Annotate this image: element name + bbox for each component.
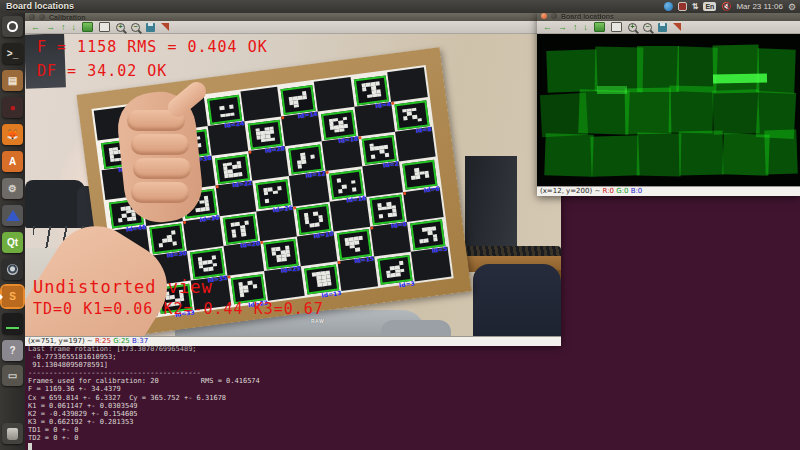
checker-white-cell: Id=25 <box>260 236 301 271</box>
back-arrow-icon[interactable]: ← <box>543 23 552 32</box>
zoom-in-icon[interactable]: + <box>116 23 125 32</box>
board-pose-quad <box>578 89 630 135</box>
calibration-titlebar[interactable]: Calibration <box>25 13 561 21</box>
network-icon[interactable]: ⇅ <box>692 2 699 11</box>
clock[interactable]: Mar 23 11:06 <box>736 2 783 11</box>
checker-white-cell: Id=0 <box>366 192 407 227</box>
launcher-item-dash-home[interactable] <box>2 16 23 37</box>
keyboard-layout-indicator[interactable]: En <box>703 2 716 11</box>
window-title: Calibration <box>49 14 86 21</box>
terminal-line: TD2 = 0 +- 0 <box>28 434 260 442</box>
checker-white-cell: Id=3 <box>374 251 415 286</box>
zoom-out-icon[interactable]: − <box>643 23 652 32</box>
fit-window-icon[interactable] <box>99 22 110 32</box>
launcher-item-mini-window-app[interactable]: ▭ <box>2 365 23 386</box>
aruco-marker: Id=35 <box>190 249 225 279</box>
launcher-item-terminal-app[interactable]: >_ <box>2 43 23 64</box>
zoom-out-icon[interactable]: − <box>131 23 140 32</box>
aruco-marker: Id=5 <box>411 220 446 250</box>
terminal-line: Cx = 659.814 +- 6.3327 Cy = 365.752 +- 6… <box>28 394 260 402</box>
board-pose-quad <box>713 45 760 94</box>
board-pose-quad <box>756 48 796 93</box>
terminal-cursor <box>28 443 32 450</box>
overlay-df: DF = 34.02 OK <box>37 62 167 80</box>
aruco-marker: Id=12 <box>289 145 324 175</box>
properties-icon[interactable] <box>161 23 169 31</box>
terminal-line: K1 = 0.061147 +- 0.0303549 <box>28 402 260 410</box>
minimize-icon[interactable] <box>551 13 557 19</box>
launcher-item-camera-app[interactable] <box>2 259 23 280</box>
finger <box>131 182 189 203</box>
launcher-item-system-settings[interactable]: ⚙ <box>2 178 23 199</box>
board-toolbar: ←→↑↓+− <box>537 21 800 34</box>
board-pose-quad <box>597 86 627 94</box>
board-pose-quad <box>637 133 682 177</box>
terminal-line: K2 = -0.439829 +- 0.154605 <box>28 410 260 418</box>
volume-icon[interactable]: 🔇 <box>721 2 731 11</box>
launcher-item-qt-creator[interactable]: Qt <box>2 232 23 253</box>
launcher-item-red-media-app[interactable]: ● <box>2 97 23 118</box>
launcher-item-trash[interactable] <box>2 423 23 444</box>
close-icon[interactable] <box>541 13 547 19</box>
bluetooth-icon[interactable] <box>664 2 673 11</box>
aruco-marker: Id=3 <box>378 254 413 284</box>
forward-arrow-icon[interactable]: → <box>46 23 55 32</box>
terminal-line: F = 1169.36 +- 34.4379 <box>28 385 260 393</box>
up-arrow-icon[interactable]: ↑ <box>573 23 578 32</box>
focused-app-arrow <box>0 294 3 300</box>
launcher-item-cmake[interactable] <box>2 205 23 226</box>
launcher-item-file-manager[interactable]: ▤ <box>2 70 23 91</box>
checker-white-cell: Id=30 <box>146 221 187 256</box>
properties-icon[interactable] <box>673 23 681 31</box>
minimize-icon[interactable] <box>39 14 45 20</box>
checker-white-cell: Id=24 <box>204 92 245 127</box>
session-gear-icon[interactable]: ⚙ <box>788 2 796 12</box>
calibration-window[interactable]: Calibration ←→↑↓+− Id=34Id=24Id=14Id=4Id… <box>25 13 561 345</box>
launcher-item-system-monitor[interactable] <box>2 313 23 334</box>
zoom-in-icon[interactable]: + <box>628 23 637 32</box>
down-arrow-icon[interactable]: ↓ <box>72 23 77 32</box>
save-icon[interactable] <box>146 23 155 32</box>
aruco-marker: Id=4 <box>354 75 389 105</box>
recorder-icon[interactable] <box>678 2 687 11</box>
camera-view[interactable]: Id=34Id=24Id=14Id=4Id=48Id=38Id=28Id=18I… <box>25 34 561 336</box>
original-size-icon[interactable] <box>594 22 605 32</box>
down-arrow-icon[interactable]: ↓ <box>584 23 589 32</box>
checker-white-cell: Id=12 <box>285 142 326 177</box>
save-icon[interactable] <box>658 23 667 32</box>
launcher-item-firefox[interactable]: 🦊 <box>2 124 23 145</box>
checker-white-cell: Id=2 <box>358 132 399 167</box>
eye-icon <box>7 264 18 275</box>
aruco-marker: Id=15 <box>337 229 372 259</box>
fit-window-icon[interactable] <box>611 22 622 32</box>
board-locations-view[interactable] <box>537 34 800 186</box>
overlay-focal-rms: F = 1158 RMS = 0.404 OK <box>37 38 268 56</box>
person-shoulder <box>381 320 451 336</box>
launcher-item-unknown-app[interactable]: ? <box>2 340 23 361</box>
close-icon[interactable] <box>29 14 35 20</box>
launcher-item-sublime-text[interactable]: S <box>2 286 23 307</box>
board-pose-quad <box>669 86 714 134</box>
terminal-line: Last frame rotation: [173.3070769965489; <box>28 345 260 353</box>
board-pose-quad <box>764 129 798 174</box>
board-locations-window[interactable]: Board locations ←→↑↓+− (x=12, y=200) ~ R… <box>537 11 800 196</box>
checker-white-cell: Id=15 <box>334 226 375 261</box>
checker-white-cell: Id=4 <box>351 72 392 107</box>
panel-app-title[interactable]: Board locations <box>6 1 74 11</box>
up-arrow-icon[interactable]: ↑ <box>61 23 66 32</box>
aruco-marker: Id=10 <box>297 204 332 234</box>
launcher-item-software-center[interactable]: A <box>2 151 23 172</box>
terminal-output: Last frame rotation: [173.3070769965489;… <box>28 345 260 450</box>
aruco-marker: Id=0 <box>370 195 405 225</box>
forward-arrow-icon[interactable]: → <box>558 23 567 32</box>
pixel-green: G:0 <box>616 187 628 195</box>
board-pose-quad <box>679 131 724 176</box>
checker-white-cell: Id=8 <box>391 97 432 132</box>
checker-white-cell: Id=20 <box>220 211 261 246</box>
checker-white-cell: Id=18 <box>318 107 359 142</box>
shirt-text: RAW <box>311 318 324 324</box>
original-size-icon[interactable] <box>82 22 93 32</box>
overlay-distortion: TD=0 K1=0.06 K2=-0.44 K3=0.67 <box>33 300 324 318</box>
back-arrow-icon[interactable]: ← <box>31 23 40 32</box>
office-chair <box>473 264 561 336</box>
